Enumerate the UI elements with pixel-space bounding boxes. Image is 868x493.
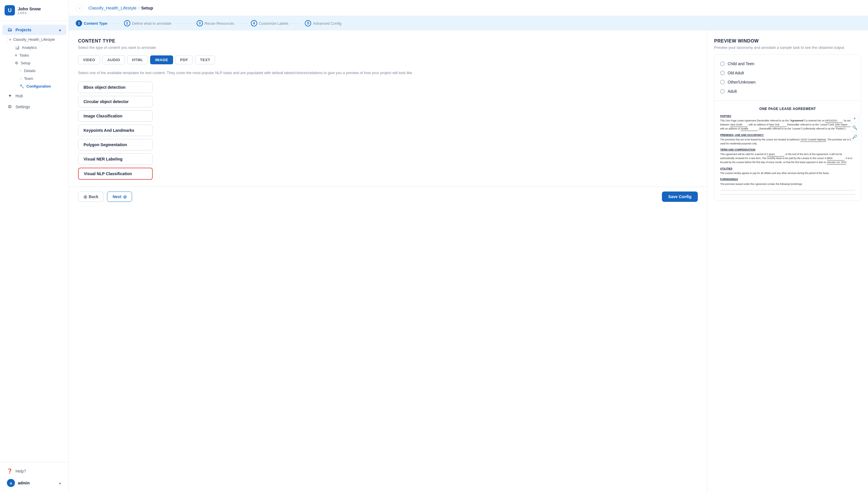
analytics-icon: 📊	[15, 45, 20, 50]
bottom-bar: ◎ Back Next ◎ Save Config	[69, 187, 707, 207]
back-button[interactable]: ◎ Back	[78, 192, 104, 202]
back-label: Back	[89, 194, 98, 199]
collapse-sidebar-button[interactable]: ‹	[76, 4, 84, 12]
tab-video[interactable]: VIDEO	[78, 56, 100, 64]
settings-icon: ⚙	[7, 104, 13, 109]
sidebar-item-configuration[interactable]: 🔧 Configuration	[15, 82, 69, 90]
step-dots-1: ·········	[109, 22, 122, 25]
preview-controls: + 🔍 🔎	[850, 114, 859, 141]
step-1-num: 1	[76, 20, 82, 26]
step-3[interactable]: 3 Reuse Resources	[197, 20, 234, 26]
sidebar-item-details[interactable]: ○ Details	[15, 67, 69, 74]
next-icon: ◎	[123, 194, 127, 199]
sidebar-item-label-projects: Projects	[16, 27, 31, 32]
radio-circle-old-adult	[720, 71, 725, 75]
sidebar-nav: 🗂 Projects ▲ Classify_Health_Lifestyle 📊…	[0, 21, 69, 462]
doc-premises-text: The premises that are to be leased by th…	[720, 138, 855, 146]
sidebar-item-label-hub: Hub	[16, 93, 23, 98]
step-5[interactable]: 5 Advanced Config	[305, 20, 341, 26]
doc-furnishings-text: The premises leased under this Agreement…	[720, 182, 855, 186]
breadcrumb-project-link[interactable]: Classify_Health_Lifestyle	[88, 5, 137, 10]
admin-chevron: ▲	[58, 481, 62, 485]
step-4[interactable]: 4 Customize Labels	[251, 20, 288, 26]
project-name-label: Classify_Health_Lifestyle	[13, 37, 55, 42]
step-2[interactable]: 2 Define what to annotate	[124, 20, 171, 26]
projects-icon: 🗂	[7, 27, 13, 33]
next-button[interactable]: Next ◎	[107, 192, 132, 202]
sidebar-item-analytics[interactable]: 📊 Analytics	[10, 44, 69, 51]
team-dot: ○	[20, 77, 22, 81]
sidebar-item-setup[interactable]: ⚙ Setup	[10, 59, 69, 67]
template-bbox[interactable]: Bbox object detection	[78, 82, 153, 93]
radio-adult[interactable]: Adult	[720, 87, 855, 96]
tab-image[interactable]: IMAGE	[150, 56, 173, 64]
help-label: Help?	[16, 469, 26, 473]
tab-pdf[interactable]: PDF	[175, 56, 193, 64]
preview-labels: Child and Teen Old Adult Other/Unknown A…	[714, 55, 861, 101]
admin-item[interactable]: a admin ▲	[2, 476, 66, 490]
project-sub-tree: 📊 Analytics ≡ Tasks ⚙ Setup ○ Details	[5, 44, 69, 90]
zoom-in-button[interactable]: +	[850, 114, 859, 122]
help-item[interactable]: ❓ Help?	[2, 466, 66, 476]
radio-label-adult: Adult	[728, 89, 737, 93]
sidebar-item-team[interactable]: ○ Team	[15, 74, 69, 82]
template-visual-ner[interactable]: Visual NER Labeling	[78, 153, 153, 165]
doc-term-title: TERM AND COMPENSATION	[720, 148, 855, 152]
tab-html[interactable]: HTML	[127, 56, 148, 64]
right-panel: PREVIEW WINDOW Preview your taxonomy and…	[707, 30, 868, 493]
template-list: Bbox object detection Circular object de…	[78, 82, 698, 180]
save-config-button[interactable]: Save Config	[662, 192, 698, 202]
projects-chevron: ▲	[58, 28, 62, 32]
step-5-num: 5	[305, 20, 311, 26]
template-image-classification[interactable]: Image Classification	[78, 110, 153, 122]
step-dots-3: ·········	[236, 22, 249, 25]
template-polygon[interactable]: Polygon Segmentation	[78, 139, 153, 150]
template-circular[interactable]: Circular object detector	[78, 96, 153, 107]
step-3-num: 3	[197, 20, 203, 26]
radio-old-adult[interactable]: Old Adult	[720, 68, 855, 78]
step-1[interactable]: 1 Content Type	[76, 20, 107, 26]
avatar: a	[7, 479, 15, 487]
step-1-label: Content Type	[84, 21, 107, 25]
analytics-label: Analytics	[22, 45, 37, 50]
sidebar-item-settings[interactable]: ⚙ Settings	[2, 101, 66, 112]
preview-subtitle: Preview your taxonomy and annotate a sam…	[714, 45, 861, 50]
sidebar-bottom: ❓ Help? a admin ▲	[0, 462, 69, 493]
sidebar-item-tasks[interactable]: ≡ Tasks	[10, 51, 69, 59]
sidebar-item-label-settings: Settings	[16, 105, 30, 109]
project-tree-item-name[interactable]: Classify_Health_Lifestyle	[5, 35, 69, 44]
content-type-title: CONTENT TYPE	[78, 39, 698, 44]
tab-audio[interactable]: AUDIO	[103, 56, 125, 64]
step-5-label: Advanced Config	[313, 21, 341, 25]
step-4-num: 4	[251, 20, 257, 26]
step-dots-4: ·········	[290, 22, 304, 25]
logo-text: John Snow LABS	[18, 6, 41, 15]
radio-other-unknown[interactable]: Other/Unknown	[720, 78, 855, 87]
doc-utilities-text: The Lessee hereby agrees to pay for all …	[720, 171, 855, 175]
preview-title: PREVIEW WINDOW	[714, 39, 861, 44]
doc-furnishings-title: FURNISHINGS	[720, 177, 855, 181]
preview-window: Child and Teen Old Adult Other/Unknown A…	[714, 54, 861, 200]
radio-circle-child-teen	[720, 61, 725, 66]
sidebar-item-hub[interactable]: ✦ Hub	[2, 90, 66, 101]
back-icon: ◎	[84, 194, 87, 199]
logo-name: John Snow	[18, 6, 41, 11]
tab-text[interactable]: TEXT	[195, 56, 215, 64]
content-area: CONTENT TYPE Select the type of content …	[69, 30, 868, 493]
setup-label: Setup	[21, 61, 30, 65]
main-content: ‹ Classify_Health_Lifestyle / Setup 1 Co…	[69, 0, 868, 493]
template-keypoints[interactable]: Keypoints And Landmarks	[78, 125, 153, 136]
radio-child-teen[interactable]: Child and Teen	[720, 59, 855, 68]
zoom-fit-button[interactable]: 🔍	[850, 124, 859, 131]
radio-label-other-unknown: Other/Unknown	[728, 80, 755, 84]
left-panel: CONTENT TYPE Select the type of content …	[69, 30, 707, 493]
breadcrumb-current-page: Setup	[141, 5, 153, 10]
sidebar: U John Snow LABS 🗂 Projects ▲ Classify_H…	[0, 0, 69, 493]
steps-bar: 1 Content Type ········· 2 Define what t…	[69, 16, 868, 30]
radio-label-old-adult: Old Adult	[728, 71, 744, 75]
admin-name: admin	[18, 481, 29, 485]
template-visual-nlp[interactable]: Visual NLP Classification	[78, 168, 153, 180]
tasks-icon: ≡	[15, 53, 17, 58]
zoom-out-button[interactable]: 🔎	[850, 133, 859, 141]
sidebar-item-projects[interactable]: 🗂 Projects ▲	[2, 25, 66, 35]
